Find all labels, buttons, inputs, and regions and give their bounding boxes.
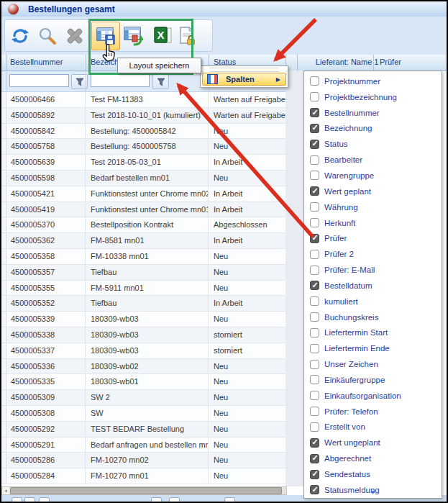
column-menu-item[interactable]: Bestellnummer [310,105,439,121]
table-row[interactable]: 4500005338 180309-wb03 storniert [1,327,285,343]
table-row[interactable]: 4500005892 Test 2018-10-10_01 (kumuliert… [1,108,285,124]
column-checkbox[interactable] [310,108,319,117]
column-checkbox[interactable] [310,186,319,196]
column-checkbox[interactable] [310,391,319,400]
table-row[interactable]: 4500005335 180309-wb01 Neu [1,374,285,390]
column-checkbox[interactable] [310,266,319,275]
column-checkbox[interactable] [310,360,319,369]
column-menu-item[interactable]: Buchungskreis [310,309,439,325]
table-row[interactable]: 4500005370 Bestellposition Kontrakt Abge… [1,217,285,233]
pager-button[interactable] [12,497,22,503]
column-menu-item[interactable]: Einkaufsorganisation [310,388,439,404]
column-checkbox[interactable] [310,454,319,463]
scrollbar-left-arrow-icon[interactable]: ◂ [2,487,9,494]
table-row[interactable]: 4500005308 SW Neu [1,406,285,422]
scrollbar-thumb[interactable] [10,487,282,494]
table-row[interactable]: 4500005421 Funktionstest unter Chrome mn… [1,186,285,202]
column-checkbox[interactable] [310,250,319,259]
column-checkbox[interactable] [310,234,319,243]
column-menu-item[interactable]: Herkunft [310,215,439,231]
column-menu-item[interactable]: Bearbeiter [310,152,439,168]
column-menu-item[interactable]: Prüfer [310,230,439,246]
scroll-down-icon[interactable]: ▼ [304,489,442,497]
pager-button[interactable] [169,497,180,503]
column-menu-item[interactable]: Einkäufergruppe [310,372,439,388]
table-row[interactable]: 4500005842 Bestellung: 4500005842 Neu [1,124,285,140]
column-menu-item[interactable]: Unser Zeichen [310,356,439,372]
column-checkbox[interactable] [310,76,319,86]
table-row[interactable]: 4500005639 Test 2018-05-03_01 In Arbeit [1,155,285,171]
column-header-pruefer[interactable]: Prüfer [380,58,401,66]
column-checkbox[interactable] [310,407,319,416]
column-menu-item[interactable]: kumuliert [310,294,439,309]
refresh-button[interactable] [11,27,29,45]
cancel-button[interactable] [65,27,84,45]
table-row[interactable]: 4500005337 180309-wb03 storniert [1,343,285,359]
table-row[interactable]: 4500005362 FM-8581 mn01 In Arbeit [1,233,285,249]
column-checkbox[interactable] [310,422,319,432]
table-row[interactable]: 4500005357 Tiefbau Neu [1,265,285,281]
column-menu-item[interactable]: Erstellt von [310,420,439,435]
column-header-lieferant[interactable]: Lieferant: Name 1 [316,58,378,66]
column-menu-item[interactable]: Wert geplant [310,183,439,199]
table-row[interactable]: 4500005352 Tiefbau In Arbeit [1,296,285,312]
table-row[interactable]: 4500005291 Bedarf anfragen und bestellen… [1,438,285,453]
pager-button[interactable] [39,497,50,503]
column-checkbox[interactable] [310,296,319,306]
column-menu-item[interactable]: Bezeichnung [310,121,439,137]
column-menu-item[interactable]: Projektnummer [310,73,439,89]
column-checkbox[interactable] [310,375,319,384]
table-row[interactable]: 4500005309 SW 2 Neu [1,390,285,406]
filter-input-bestellnummer[interactable] [9,74,69,87]
table-row[interactable]: 4500005598 Bedarf bestellen mn01 Neu [1,171,285,186]
table-row[interactable]: 4500006466 Test FM-11383 Warten auf Frei… [1,92,285,108]
pager-button[interactable] [151,497,162,503]
column-checkbox[interactable] [310,171,319,180]
filter-button-bezeichnung[interactable] [152,74,169,89]
column-checkbox[interactable] [310,202,319,212]
table-row[interactable]: 4500005336 180309-wb02 Neu [1,359,285,375]
column-menu-item[interactable]: Wert ungeplant [310,435,439,450]
column-menu-item[interactable]: Liefertermin Start [310,325,439,341]
table-row[interactable]: 4500005339 180309-wb03 Neu [1,312,285,327]
column-checkbox[interactable] [310,438,319,448]
column-menu-item[interactable]: Liefertermin Ende [310,340,439,356]
pager-button[interactable] [224,497,235,503]
column-checkbox[interactable] [310,470,319,479]
column-menu-item[interactable]: Prüfer: E-Mail [310,262,439,278]
column-checkbox[interactable] [310,218,319,227]
column-checkbox[interactable] [310,92,319,101]
column-header-bestellnummer[interactable]: Bestellnummer [10,58,63,66]
column-checkbox[interactable] [310,281,319,290]
table-row[interactable]: 4500005286 FM-10270 mn02 Neu [1,453,285,468]
column-menu-item[interactable]: Bestelldatum [310,278,439,294]
column-menu-item[interactable]: Projektbezeichnung [310,89,439,105]
column-menu-item[interactable]: Status [310,136,439,152]
cell-bezeichnung: Tiefbau [86,265,209,280]
menu-item-spalten[interactable]: Spalten ▶ [202,73,286,86]
column-checkbox[interactable] [310,328,319,337]
filter-input-bezeichnung[interactable] [91,74,150,87]
column-checkbox[interactable] [310,312,319,322]
table-row[interactable]: 4500005758 Bestellung: 4500005758 Neu [1,139,285,155]
table-row[interactable]: 4500005355 FM-5911 mn01 Neu [1,281,285,296]
table-row[interactable]: 4500005358 FM-10338 mn01 Neu [1,249,285,265]
column-checkbox[interactable] [310,140,319,149]
column-menu-item[interactable]: Prüfer 2 [310,246,439,262]
column-menu-item[interactable]: Währung [310,199,439,215]
horizontal-scrollbar[interactable]: ◂ [1,486,287,495]
column-checkbox[interactable] [310,124,319,133]
column-menu-item[interactable]: Abgerechnet [310,450,439,466]
cell-bestellnummer: 4500005421 [6,186,86,201]
column-menu-item[interactable]: Sendestatus [310,466,439,482]
column-menu-item[interactable]: Prüfer: Telefon [310,404,439,420]
column-checkbox[interactable] [310,344,319,353]
search-button[interactable] [38,27,57,45]
column-checkbox[interactable] [310,155,319,165]
table-row[interactable]: 4500005292 TEST BEDARF Bestellung Neu [1,422,285,438]
table-row[interactable]: 4500005284 FM-10270 mn01 Neu [1,468,285,484]
pager-button[interactable] [24,497,35,503]
table-row[interactable]: 4500005419 Funktionstest unter Chrome mn… [1,202,285,218]
cell-bezeichnung: 180309-wb03 [86,312,209,327]
column-menu-item[interactable]: Warengruppe [310,168,439,183]
